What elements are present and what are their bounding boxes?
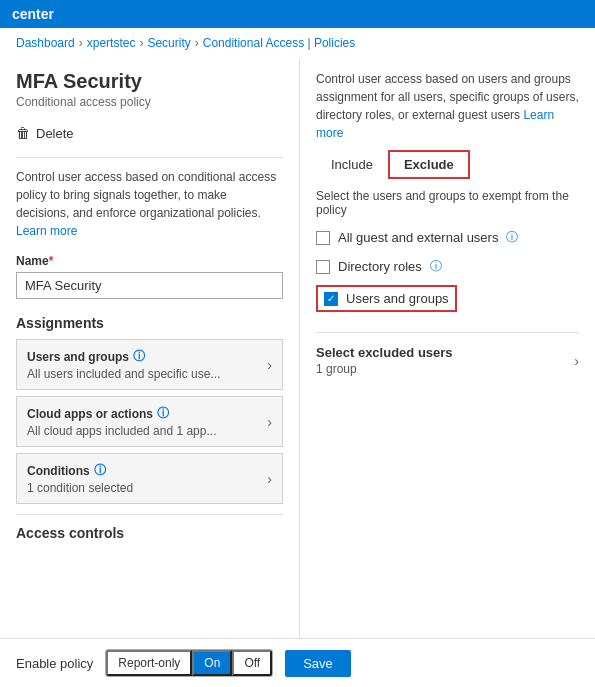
checkbox-directory-label: Directory roles — [338, 259, 422, 274]
breadcrumb-conditional-access[interactable]: Conditional Access | Policies — [203, 36, 356, 50]
assignment-conditions-value: 1 condition selected — [27, 481, 133, 495]
right-panel: Control user access based on users and g… — [300, 58, 595, 665]
left-panel: MFA Security Conditional access policy 🗑… — [0, 58, 300, 665]
guest-info-icon[interactable]: ⓘ — [506, 229, 518, 246]
page-subtitle: Conditional access policy — [16, 95, 283, 109]
access-controls-title: Access controls — [16, 514, 283, 541]
directory-info-icon[interactable]: ⓘ — [430, 258, 442, 275]
tabs: Include Exclude — [316, 150, 579, 179]
select-excluded-row[interactable]: Select excluded users 1 group › — [316, 343, 579, 378]
users-info-icon[interactable]: ⓘ — [133, 348, 145, 365]
toggle-report-only[interactable]: Report-only — [106, 650, 192, 676]
save-button[interactable]: Save — [285, 650, 351, 677]
divider-1 — [16, 157, 283, 158]
checkbox-row-directory: Directory roles ⓘ — [316, 256, 579, 277]
top-bar: center — [0, 0, 595, 28]
tab-include[interactable]: Include — [316, 150, 388, 179]
select-excluded-value: 1 group — [316, 362, 453, 376]
name-field-label: Name* — [16, 254, 283, 268]
select-excluded-title: Select excluded users — [316, 345, 453, 360]
assignments-title: Assignments — [16, 315, 283, 331]
toggle-off[interactable]: Off — [232, 650, 272, 676]
tab-exclude[interactable]: Exclude — [388, 150, 470, 179]
learn-more-link-left[interactable]: Learn more — [16, 224, 77, 238]
select-excluded-section: Select excluded users 1 group › — [316, 332, 579, 378]
cloud-info-icon[interactable]: ⓘ — [157, 405, 169, 422]
breadcrumb: Dashboard › xpertstec › Security › Condi… — [0, 28, 595, 58]
trash-icon: 🗑 — [16, 125, 30, 141]
right-description: Control user access based on users and g… — [316, 70, 579, 142]
conditions-chevron-icon: › — [267, 471, 272, 487]
toggle-on[interactable]: On — [192, 650, 232, 676]
top-bar-title: center — [12, 6, 54, 22]
conditions-info-icon[interactable]: ⓘ — [94, 462, 106, 479]
bottom-bar: Enable policy Report-only On Off Save — [0, 638, 595, 687]
assignment-item-users[interactable]: Users and groups ⓘ All users included an… — [16, 339, 283, 390]
main-content: MFA Security Conditional access policy 🗑… — [0, 58, 595, 665]
checkbox-users-groups[interactable] — [324, 292, 338, 306]
breadcrumb-xpertstec[interactable]: xpertstec — [87, 36, 136, 50]
checkbox-row-guest: All guest and external users ⓘ — [316, 227, 579, 248]
exempt-text: Select the users and groups to exempt fr… — [316, 189, 579, 217]
select-excluded-chevron-icon: › — [574, 353, 579, 369]
assignment-cloud-value: All cloud apps included and 1 app... — [27, 424, 216, 438]
checkbox-guest-label: All guest and external users — [338, 230, 498, 245]
left-description: Control user access based on conditional… — [16, 168, 283, 240]
assignment-item-conditions[interactable]: Conditions ⓘ 1 condition selected › — [16, 453, 283, 504]
name-input[interactable] — [16, 272, 283, 299]
enable-policy-label: Enable policy — [16, 656, 93, 671]
assignment-users-value: All users included and specific use... — [27, 367, 220, 381]
assignment-conditions-title: Conditions — [27, 464, 90, 478]
checkbox-guest[interactable] — [316, 231, 330, 245]
assignment-users-title: Users and groups — [27, 350, 129, 364]
assignment-cloud-title: Cloud apps or actions — [27, 407, 153, 421]
delete-label: Delete — [36, 126, 74, 141]
checkbox-row-users-groups: Users and groups — [316, 285, 457, 312]
assignment-item-cloud[interactable]: Cloud apps or actions ⓘ All cloud apps i… — [16, 396, 283, 447]
breadcrumb-security[interactable]: Security — [147, 36, 190, 50]
cloud-chevron-icon: › — [267, 414, 272, 430]
page-title: MFA Security — [16, 70, 283, 93]
users-chevron-icon: › — [267, 357, 272, 373]
breadcrumb-dashboard[interactable]: Dashboard — [16, 36, 75, 50]
checkbox-users-groups-label: Users and groups — [346, 291, 449, 306]
toggle-group: Report-only On Off — [105, 649, 273, 677]
delete-button[interactable]: 🗑 Delete — [16, 121, 74, 145]
checkbox-directory[interactable] — [316, 260, 330, 274]
